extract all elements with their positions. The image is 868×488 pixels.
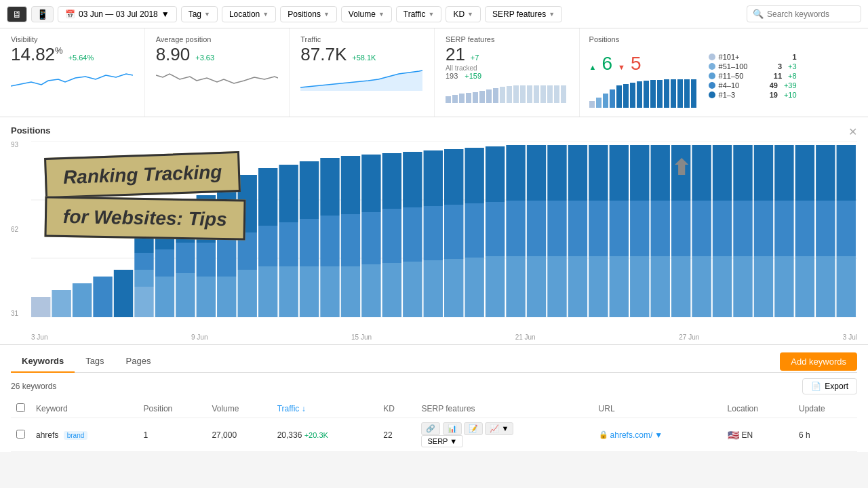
kd-filter-btn[interactable]: KD ▼ — [446, 6, 481, 22]
svg-rect-3 — [466, 93, 471, 103]
svg-rect-144 — [816, 201, 835, 256]
volume-filter-btn[interactable]: Volume ▼ — [341, 6, 392, 22]
svg-rect-129 — [713, 201, 732, 256]
date-range-btn[interactable]: 📅 03 Jun — 03 Jul 2018 ▼ — [58, 6, 177, 22]
chart-y-labels: 93 62 31 — [11, 141, 30, 317]
tag-filter-btn[interactable]: Tag ▼ — [181, 6, 218, 22]
svg-rect-11 — [520, 85, 526, 103]
pos-legend-row-1-3: #1–3 19 +10 — [709, 91, 797, 99]
avg-position-chart — [156, 67, 279, 91]
th-traffic: Traffic ↓ — [272, 400, 378, 418]
svg-rect-24 — [630, 83, 635, 108]
serp-sub: All tracked — [446, 64, 568, 72]
row-checkbox-cell — [11, 418, 31, 452]
table-meta: 26 keywords 📄 Export — [11, 373, 857, 400]
svg-rect-137 — [774, 256, 793, 317]
svg-rect-14 — [540, 85, 546, 103]
serp-filter-btn[interactable]: SERP features ▼ — [485, 6, 562, 22]
tab-tags[interactable]: Tags — [75, 350, 115, 373]
serp-icon-btn-3[interactable]: 📝 — [464, 422, 483, 435]
url-dropdown-icon: ▼ — [654, 430, 663, 440]
tag-label: Tag — [189, 9, 201, 19]
serp-icon-btn-1[interactable]: 🔗 — [421, 422, 440, 435]
svg-rect-32 — [684, 79, 690, 108]
positions-filter-btn[interactable]: Positions ▼ — [280, 6, 337, 22]
svg-rect-72 — [320, 216, 339, 266]
volume-label: Volume — [349, 9, 376, 19]
svg-rect-65 — [279, 266, 298, 317]
row-keyword-cell: ahrefs brand — [31, 418, 138, 452]
svg-rect-117 — [630, 201, 649, 256]
svg-rect-5 — [479, 91, 485, 103]
banner-line2: for Websites: Tips — [45, 196, 246, 240]
avg-position-value: 8.90 — [156, 45, 191, 64]
search-icon: 🔍 — [753, 9, 764, 19]
traffic-delta: +58.1K — [352, 54, 376, 62]
svg-rect-118 — [630, 145, 649, 201]
svg-rect-81 — [382, 209, 401, 263]
svg-rect-38 — [31, 297, 50, 317]
location-label: Location — [229, 9, 260, 19]
keyword-count: 26 keywords — [11, 382, 56, 391]
svg-rect-104 — [547, 256, 566, 317]
export-button[interactable]: 📄 Export — [802, 378, 857, 394]
serp-trend-btn[interactable]: 📈 ▼ — [485, 422, 513, 435]
lock-icon: 🔒 — [599, 430, 608, 439]
svg-rect-67 — [279, 165, 298, 222]
chart-close-btn[interactable]: ✕ — [848, 125, 857, 138]
url-link[interactable]: 🔒 ahrefs.com/ ▼ — [599, 430, 717, 440]
pos-legend-row-51-100: #51–100 3 +3 — [709, 62, 797, 70]
svg-rect-62 — [258, 266, 277, 317]
location-filter-btn[interactable]: Location ▼ — [222, 6, 276, 22]
svg-rect-78 — [361, 212, 380, 264]
tab-pages[interactable]: Pages — [115, 350, 162, 373]
svg-rect-115 — [610, 145, 629, 201]
serp-dropdown-btn[interactable]: SERP ▼ — [421, 435, 463, 447]
svg-rect-131 — [733, 256, 752, 317]
serp-tracked-delta: +159 — [465, 72, 481, 80]
svg-rect-136 — [754, 145, 773, 201]
select-all-checkbox[interactable] — [16, 403, 25, 412]
svg-rect-88 — [424, 150, 443, 206]
svg-rect-10 — [513, 85, 519, 103]
svg-rect-85 — [403, 152, 422, 207]
svg-rect-108 — [568, 201, 587, 256]
svg-rect-89 — [444, 259, 463, 317]
tab-keywords[interactable]: Keywords — [11, 350, 75, 373]
flag-icon: 🇺🇸 — [728, 430, 739, 441]
svg-rect-41 — [93, 277, 112, 317]
svg-rect-92 — [465, 258, 484, 317]
svg-rect-43 — [134, 287, 153, 317]
svg-rect-139 — [774, 145, 793, 201]
svg-rect-6 — [486, 89, 492, 103]
search-input[interactable] — [767, 9, 855, 19]
svg-rect-134 — [754, 256, 773, 317]
th-keyword: Keyword — [31, 400, 138, 418]
svg-rect-127 — [692, 145, 711, 201]
add-keywords-button[interactable]: Add keywords — [780, 352, 857, 371]
svg-rect-96 — [486, 202, 505, 256]
traffic-filter-btn[interactable]: Traffic ▼ — [396, 6, 442, 22]
desktop-device-btn[interactable]: 🖥 — [7, 6, 27, 22]
svg-rect-90 — [444, 205, 463, 259]
chevron-down-icon: ▼ — [467, 11, 473, 18]
table-row: ahrefs brand 1 27,000 20,336 +20.3K 22 🔗… — [11, 418, 857, 452]
row-serp-cell: 🔗 📊 📝 📈 ▼ SERP ▼ — [416, 418, 593, 452]
serp-features-label: SERP features — [492, 9, 546, 19]
visibility-value: 14.82% — [11, 45, 63, 64]
chevron-down-icon: ▼ — [428, 11, 434, 18]
svg-rect-97 — [486, 146, 505, 202]
svg-rect-27 — [650, 80, 656, 108]
svg-rect-54 — [197, 243, 216, 277]
row-checkbox[interactable] — [16, 430, 25, 439]
svg-rect-42 — [114, 270, 133, 317]
traffic-value-cell: 20,336 — [277, 430, 302, 440]
svg-rect-145 — [816, 145, 835, 201]
traffic-delta-cell: +20.3K — [304, 431, 328, 439]
pos-dot-101 — [709, 54, 715, 60]
serp-icon-btn-2[interactable]: 📊 — [443, 422, 462, 435]
row-kd-cell: 22 — [378, 418, 416, 452]
svg-rect-68 — [300, 266, 319, 317]
svg-rect-25 — [637, 81, 642, 108]
mobile-device-btn[interactable]: 📱 — [31, 6, 54, 22]
